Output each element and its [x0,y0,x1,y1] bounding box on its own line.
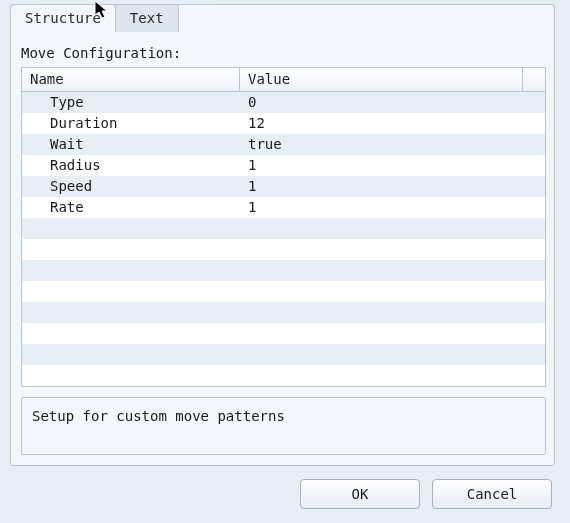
table-row[interactable]: Waittrue [22,134,545,155]
table-header: Name Value [22,68,545,92]
table-row[interactable]: Rate1 [22,197,545,218]
cell-value[interactable]: 0 [240,92,545,113]
table-row-empty [22,323,545,344]
column-header-name[interactable]: Name [22,68,240,92]
tab-structure[interactable]: Structure [10,4,116,32]
description-box: Setup for custom move patterns [21,397,546,455]
button-label: Cancel [467,486,518,502]
table-body: Type0Duration12WaittrueRadius1Speed1Rate… [22,92,545,386]
description-text: Setup for custom move patterns [32,408,285,424]
properties-table: Name Value Type0Duration12WaittrueRadius… [21,67,546,387]
cell-value[interactable]: 1 [240,176,545,197]
table-row[interactable]: Type0 [22,92,545,113]
table-row-empty [22,302,545,323]
cell-name: Duration [22,113,240,134]
table-row[interactable]: Speed1 [22,176,545,197]
cell-name: Wait [22,134,240,155]
column-header-value[interactable]: Value [240,68,523,92]
cell-name: Type [22,92,240,113]
properties-panel: Structure Text Move Configuration: Name … [10,4,555,466]
dialog-button-row: OK Cancel [0,479,570,515]
tab-label: Structure [25,10,101,26]
cell-value[interactable]: 1 [240,155,545,176]
cancel-button[interactable]: Cancel [432,479,552,509]
cell-value[interactable]: true [240,134,545,155]
button-label: OK [352,486,369,502]
cell-name: Radius [22,155,240,176]
cell-name: Rate [22,197,240,218]
cell-value[interactable]: 1 [240,197,545,218]
cell-value[interactable]: 12 [240,113,545,134]
section-label: Move Configuration: [21,45,181,61]
table-row-empty [22,260,545,281]
table-row-empty [22,239,545,260]
table-row-empty [22,365,545,386]
table-row[interactable]: Radius1 [22,155,545,176]
tab-bar: Structure Text [10,4,179,32]
table-row-empty [22,344,545,365]
tab-text[interactable]: Text [115,4,179,32]
cell-name: Speed [22,176,240,197]
ok-button[interactable]: OK [300,479,420,509]
table-row-empty [22,281,545,302]
table-row-empty [22,218,545,239]
table-row[interactable]: Duration12 [22,113,545,134]
column-header-spacer [523,68,545,92]
tab-label: Text [130,10,164,26]
